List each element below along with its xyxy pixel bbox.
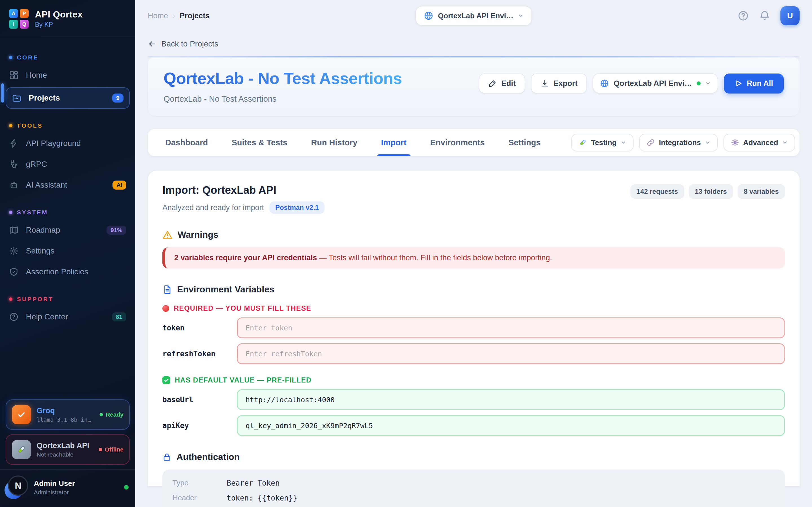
auth-row-header: Header token: {{token}} (172, 494, 775, 502)
advanced-menu-button[interactable]: Advanced (723, 134, 795, 152)
section-tools-label: TOOLS (17, 122, 43, 129)
link-icon (647, 138, 655, 147)
qortexlab-subtitle: Not reachable (37, 451, 93, 458)
integrations-menu-button[interactable]: Integrations (639, 134, 718, 152)
sidebar-item-home[interactable]: Home (0, 65, 135, 86)
import-status-text: Analyzed and ready for import (162, 203, 264, 212)
file-text-icon (162, 285, 172, 294)
environment-dropdown[interactable]: QortexLab API Envi… (593, 73, 718, 94)
avatar-letter: N (8, 475, 28, 496)
api-key-input[interactable] (237, 415, 785, 436)
warnings-heading: Warnings (162, 230, 785, 240)
sidebar-item-assertion-policies[interactable]: Assertion Policies (0, 262, 135, 282)
tab-environments[interactable]: Environments (418, 129, 497, 156)
gear-icon (731, 138, 739, 147)
sidebar-item-label: Roadmap (26, 226, 60, 235)
sidebar-item-label: Home (26, 71, 47, 80)
green-check-icon (162, 376, 170, 384)
sidebar-item-label: Projects (29, 94, 60, 103)
status-dot-icon (99, 448, 102, 451)
base-url-input[interactable] (237, 389, 785, 410)
shield-check-icon (9, 267, 18, 277)
environment-selector[interactable]: QortexLab API Envi… (415, 6, 532, 25)
back-to-projects-link[interactable]: Back to Projects (148, 40, 218, 48)
chevron-down-icon (620, 140, 626, 145)
sidebar-item-grpc[interactable]: gRPC (0, 154, 135, 175)
tab-settings[interactable]: Settings (497, 129, 552, 156)
bell-icon[interactable] (759, 10, 770, 21)
project-tabs: Dashboard Suites & Tests Run History Imp… (148, 129, 800, 156)
import-panel: Import: QortexLab API Analyzed and ready… (148, 171, 800, 486)
folder-icon (12, 93, 21, 103)
warning-banner: 2 variables require your API credentials… (162, 247, 785, 269)
test-tube-icon (578, 138, 587, 147)
user-name: Admin User (34, 479, 75, 488)
breadcrumb-separator: › (172, 11, 175, 20)
sidebar-item-help-center[interactable]: Help Center 81 (0, 306, 135, 327)
tab-suites-tests[interactable]: Suites & Tests (220, 129, 299, 156)
grid-icon (9, 70, 18, 80)
required-section-label: REQUIRED — YOU MUST FILL THESE (162, 304, 785, 313)
sidebar-nav: CORE Home Projects 9 TOOLS API Playgroun… (0, 37, 135, 395)
user-avatar-button[interactable]: U (780, 6, 800, 25)
section-tools: TOOLS (0, 122, 135, 129)
groq-model: llama-3.1-8b-ins… (37, 416, 94, 423)
default-section-label: HAS DEFAULT VALUE — PRE-FILLED (162, 376, 785, 384)
qortexlab-status-card[interactable]: QortexLab API Not reachable Offline (6, 434, 130, 465)
robot-icon (9, 180, 18, 190)
page-title: QortexLab - No Test Assertions (163, 69, 402, 88)
warning-triangle-icon (162, 230, 172, 240)
download-icon (541, 79, 549, 88)
breadcrumb: Home › Projects (148, 11, 415, 20)
sidebar-item-api-playground[interactable]: API Playground (0, 133, 135, 154)
refresh-token-field-row: refreshToken (162, 343, 785, 364)
chevron-down-icon (705, 140, 711, 145)
logo-letter-i: I (9, 20, 18, 29)
env-variables-heading: Environment Variables (162, 284, 785, 295)
tab-dashboard[interactable]: Dashboard (153, 129, 220, 156)
ai-badge: AI (112, 180, 126, 189)
testing-menu-button[interactable]: Testing (571, 134, 633, 152)
token-label: token (162, 324, 237, 332)
chevron-down-icon (782, 140, 788, 145)
refresh-token-label: refreshToken (162, 349, 237, 358)
section-core-label: CORE (17, 54, 39, 61)
sidebar-item-settings[interactable]: Settings (0, 240, 135, 262)
sidebar: A P I Q API Qortex By KP CORE Home Proje… (0, 0, 135, 507)
warning-rest-text: — Tests will fail without them. Fill in … (317, 253, 552, 262)
globe-icon (600, 79, 609, 88)
warning-strong-text: 2 variables require your API credentials (174, 253, 317, 262)
sidebar-item-roadmap[interactable]: Roadmap 91% (0, 220, 135, 240)
breadcrumb-home[interactable]: Home (148, 11, 168, 20)
main-area: Home › Projects QortexLab API Envi… U Ba… (135, 0, 812, 507)
api-key-label: apiKey (162, 421, 237, 430)
map-icon (9, 225, 18, 235)
tab-run-history[interactable]: Run History (299, 129, 369, 156)
sidebar-item-label: AI Assistant (26, 180, 67, 189)
red-dot-icon (162, 305, 169, 312)
requests-count-badge: 142 requests (630, 184, 684, 199)
base-url-label: baseUrl (162, 395, 237, 404)
lock-icon (162, 453, 171, 462)
run-all-button[interactable]: Run All (724, 73, 784, 94)
export-button[interactable]: Export (531, 73, 587, 94)
auth-details-panel: Type Bearer Token Header token: {{token}… (162, 469, 785, 507)
sidebar-item-ai-assistant[interactable]: AI Assistant AI (0, 175, 135, 195)
edit-button[interactable]: Edit (479, 73, 525, 94)
plug-icon (9, 159, 18, 169)
tab-import[interactable]: Import (369, 129, 418, 156)
chevron-down-icon (705, 80, 711, 86)
app-logo: A P I Q API Qortex By KP (0, 0, 135, 37)
refresh-token-input[interactable] (237, 343, 785, 364)
chevron-down-icon (518, 13, 523, 18)
user-profile[interactable]: N Admin User Administrator (0, 469, 135, 507)
token-input[interactable] (237, 318, 785, 338)
pencil-icon (488, 79, 497, 88)
sidebar-item-projects[interactable]: Projects 9 (6, 87, 130, 109)
groq-status-card[interactable]: Groq llama-3.1-8b-ins… Ready (6, 399, 130, 430)
test-tube-icon (12, 440, 31, 459)
help-icon[interactable] (738, 10, 749, 21)
globe-icon (424, 11, 434, 20)
app-title: API Qortex (35, 9, 83, 20)
sidebar-item-label: Help Center (26, 313, 68, 321)
